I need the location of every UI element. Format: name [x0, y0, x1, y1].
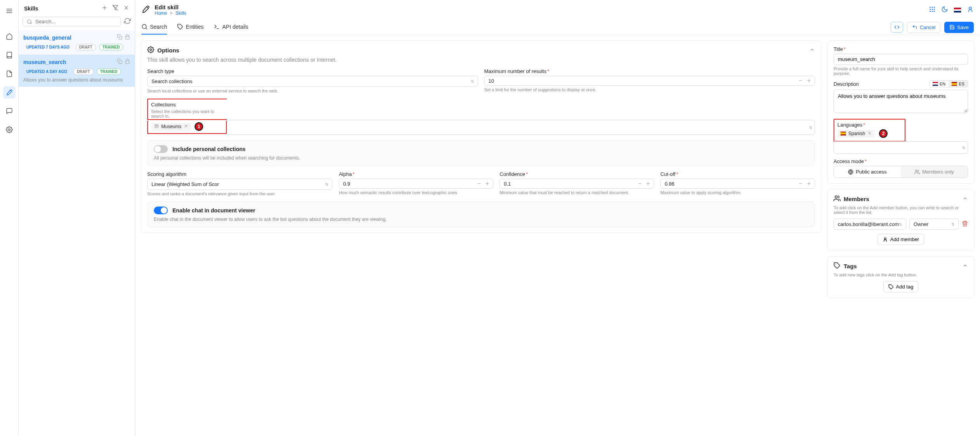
add-skill-icon[interactable] [101, 5, 108, 12]
spain-flag-icon [841, 132, 846, 135]
document-icon[interactable] [3, 68, 16, 80]
breadcrumb-home[interactable]: Home [155, 10, 167, 16]
description-textarea[interactable] [834, 90, 968, 113]
personal-collections-label: Include personal collections [172, 146, 245, 152]
title-hint: Provide a full name for your skill to he… [834, 66, 968, 76]
menu-icon[interactable] [3, 5, 16, 17]
refresh-icon[interactable] [124, 17, 131, 26]
title-input[interactable] [834, 54, 968, 65]
access-mode-segment[interactable]: Public access Members only [834, 166, 968, 178]
cancel-button[interactable]: Cancel [907, 22, 940, 33]
search-type-hint: Search local collections or use an exter… [147, 89, 478, 93]
settings-icon[interactable] [3, 123, 16, 136]
alpha-input[interactable]: 0.9 −+ [339, 179, 493, 189]
lang-es-tab[interactable]: ES [949, 81, 968, 87]
home-icon[interactable] [3, 30, 16, 43]
edit-skill-icon [141, 5, 150, 15]
minus-icon[interactable]: − [635, 179, 644, 188]
tab-search[interactable]: Search [141, 20, 167, 35]
close-sidebar-icon[interactable] [123, 5, 129, 12]
svg-point-23 [932, 11, 933, 12]
plus-icon[interactable]: + [644, 179, 652, 188]
svg-point-20 [932, 9, 933, 10]
chat-toggle[interactable] [154, 207, 168, 214]
tab-entities[interactable]: Entities [177, 20, 204, 35]
plus-icon[interactable]: + [805, 76, 813, 85]
scoring-select[interactable]: Linear (Weighted Sum of Scor ⇅ [147, 179, 332, 190]
skill-name: busqueda_general [23, 35, 71, 41]
collections-input[interactable]: ⇅ [227, 120, 815, 135]
title-label: Title* [834, 46, 968, 52]
copy-icon[interactable] [117, 59, 122, 65]
confidence-label: Confidence* [500, 171, 654, 177]
sidebar: Skills busqueda_general [19, 0, 135, 436]
max-results-hint: Set a limit for the number of suggestion… [484, 87, 815, 92]
collections-label: Collections [151, 102, 224, 108]
cutoff-input[interactable]: 0.86 −+ [660, 179, 815, 189]
members-icon [834, 195, 841, 203]
code-button[interactable] [891, 22, 903, 33]
theme-icon[interactable] [941, 6, 948, 14]
gear-icon [147, 46, 154, 54]
skill-card-busqueda-general[interactable]: busqueda_general UPDATED 7 DAYS AGO DRAF… [19, 30, 135, 55]
breadcrumb-skills[interactable]: Skills [176, 10, 186, 16]
options-desc: This skill allows you to search across m… [147, 57, 815, 63]
chevron-up-icon[interactable] [809, 47, 815, 54]
user-icon[interactable] [967, 6, 974, 14]
languages-label: Languages* [837, 122, 902, 128]
chat-icon[interactable] [3, 105, 16, 117]
search-input[interactable] [35, 19, 117, 24]
svg-point-21 [934, 9, 935, 10]
apps-grid-icon[interactable] [929, 6, 936, 14]
cutoff-label: Cut-off* [660, 171, 815, 177]
tags-title: Tags [844, 263, 857, 269]
access-members-button[interactable]: Members only [901, 166, 968, 177]
search-type-select[interactable]: Search collections ⇅ [147, 76, 478, 87]
remove-chip-icon[interactable] [867, 131, 872, 137]
plus-icon[interactable]: + [483, 179, 491, 188]
access-public-button[interactable]: Public access [834, 166, 901, 177]
tab-api-details[interactable]: API details [214, 20, 248, 35]
chevron-up-icon[interactable] [963, 263, 968, 269]
minus-icon[interactable]: − [796, 179, 804, 188]
svg-point-42 [884, 238, 886, 240]
lang-en-tab[interactable]: EN [930, 81, 949, 87]
svg-point-17 [932, 7, 933, 8]
collections-hint: Select the collections you want to searc… [151, 109, 224, 118]
draft-badge: DRAFT [76, 44, 96, 50]
minus-icon[interactable]: − [796, 76, 804, 85]
copy-icon[interactable] [117, 34, 122, 41]
skills-icon[interactable] [3, 86, 16, 99]
personal-collections-toggle[interactable] [154, 145, 168, 153]
confidence-input[interactable]: 0.1 −+ [500, 179, 654, 189]
member-email-select[interactable]: carlos.bonilla@iberant.com ⇅ [834, 219, 906, 230]
languages-input[interactable]: ⇅ [834, 141, 968, 154]
member-role-select[interactable]: Owner ⇅ [909, 219, 959, 230]
book-icon[interactable] [3, 49, 16, 61]
members-title: Members [844, 196, 869, 202]
tags-icon [834, 262, 841, 270]
skill-card-museum-search[interactable]: museum_search UPDATED A DAY AGO DRAFT TR… [19, 55, 135, 87]
minus-icon[interactable]: − [475, 179, 483, 188]
delete-member-icon[interactable] [962, 221, 968, 228]
language-flag-icon[interactable] [954, 7, 961, 13]
meta-panel: Title* Provide a full name for your skil… [827, 40, 975, 184]
search-input-wrap[interactable] [23, 17, 121, 26]
plus-icon[interactable]: + [805, 179, 813, 188]
chat-toggle-desc: Enable chat in the document viewer to al… [154, 217, 808, 222]
chevron-up-icon[interactable] [963, 196, 968, 202]
max-results-input[interactable]: 10 − + [484, 76, 815, 86]
personal-collections-desc: All personal collections will be include… [154, 155, 808, 161]
add-member-button[interactable]: Add member [877, 234, 924, 245]
save-button[interactable]: Save [944, 22, 974, 33]
add-tag-button[interactable]: Add tag [883, 281, 919, 292]
collection-icon [154, 124, 159, 130]
svg-point-16 [930, 7, 931, 8]
filter-off-icon[interactable] [112, 5, 118, 12]
max-results-label: Maximum number of results* [484, 68, 815, 74]
lang-toggle[interactable]: EN ES [929, 80, 968, 87]
chat-toggle-label: Enable chat in document viewer [172, 207, 255, 214]
remove-chip-icon[interactable] [184, 124, 188, 130]
svg-line-11 [31, 23, 32, 24]
svg-line-27 [146, 28, 147, 29]
